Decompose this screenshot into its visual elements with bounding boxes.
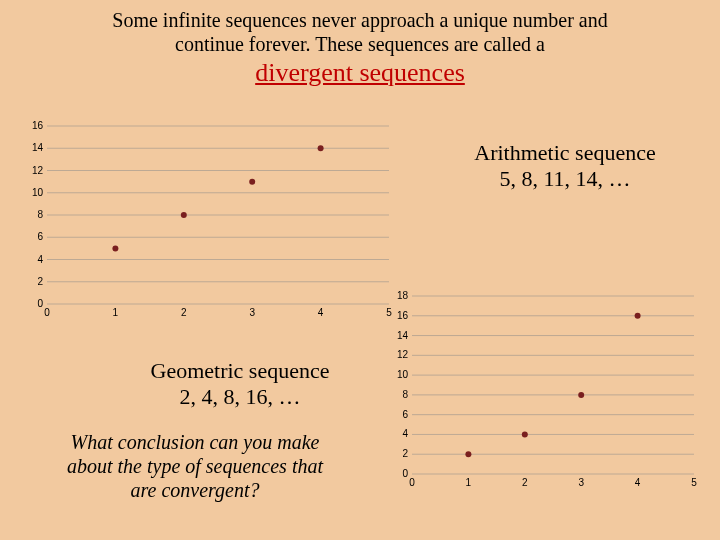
question-line-3: are convergent?: [130, 479, 259, 501]
arithmetic-terms: 5, 8, 11, 14, …: [440, 166, 690, 192]
svg-text:4: 4: [402, 428, 408, 439]
svg-text:0: 0: [402, 468, 408, 479]
svg-text:5: 5: [691, 477, 697, 488]
svg-text:6: 6: [37, 231, 43, 242]
svg-text:2: 2: [522, 477, 528, 488]
svg-text:14: 14: [32, 142, 44, 153]
svg-point-56: [578, 392, 584, 398]
svg-text:12: 12: [32, 165, 44, 176]
geometric-title: Geometric sequence: [120, 358, 360, 384]
svg-text:14: 14: [397, 330, 409, 341]
svg-text:1: 1: [113, 307, 119, 318]
svg-text:2: 2: [37, 276, 43, 287]
intro-line-2: continue forever. These sequences are ca…: [175, 33, 545, 55]
geometric-terms: 2, 4, 8, 16, …: [120, 384, 360, 410]
divergent-title: divergent sequences: [0, 58, 720, 88]
svg-text:0: 0: [44, 307, 50, 318]
question-line-1: What conclusion can you make: [71, 431, 320, 453]
svg-point-55: [522, 431, 528, 437]
question-line-2: about the type of sequences that: [67, 455, 323, 477]
svg-text:4: 4: [37, 254, 43, 265]
svg-text:8: 8: [37, 209, 43, 220]
svg-text:16: 16: [397, 310, 409, 321]
svg-text:0: 0: [409, 477, 415, 488]
geometric-chart: 024681012141618012345: [390, 290, 700, 490]
svg-text:12: 12: [397, 349, 409, 360]
svg-text:2: 2: [181, 307, 187, 318]
svg-text:18: 18: [397, 290, 409, 301]
intro-line-1: Some infinite sequences never approach a…: [112, 9, 607, 31]
svg-text:2: 2: [402, 448, 408, 459]
svg-text:3: 3: [578, 477, 584, 488]
svg-text:3: 3: [249, 307, 255, 318]
geometric-label: Geometric sequence 2, 4, 8, 16, …: [120, 358, 360, 411]
svg-point-26: [249, 179, 255, 185]
svg-text:0: 0: [37, 298, 43, 309]
svg-text:6: 6: [402, 409, 408, 420]
svg-text:1: 1: [466, 477, 472, 488]
arithmetic-chart: 0246810121416012345: [25, 120, 395, 320]
question-text: What conclusion can you make about the t…: [30, 430, 360, 502]
arithmetic-title: Arithmetic sequence: [440, 140, 690, 166]
svg-point-24: [112, 245, 118, 251]
intro-text: Some infinite sequences never approach a…: [0, 0, 720, 56]
svg-text:4: 4: [318, 307, 324, 318]
svg-text:10: 10: [32, 187, 44, 198]
svg-point-54: [465, 451, 471, 457]
svg-text:16: 16: [32, 120, 44, 131]
arithmetic-label: Arithmetic sequence 5, 8, 11, 14, …: [440, 140, 690, 193]
svg-text:10: 10: [397, 369, 409, 380]
svg-point-57: [635, 313, 641, 319]
svg-text:8: 8: [402, 389, 408, 400]
svg-point-25: [181, 212, 187, 218]
svg-point-27: [318, 145, 324, 151]
svg-text:4: 4: [635, 477, 641, 488]
